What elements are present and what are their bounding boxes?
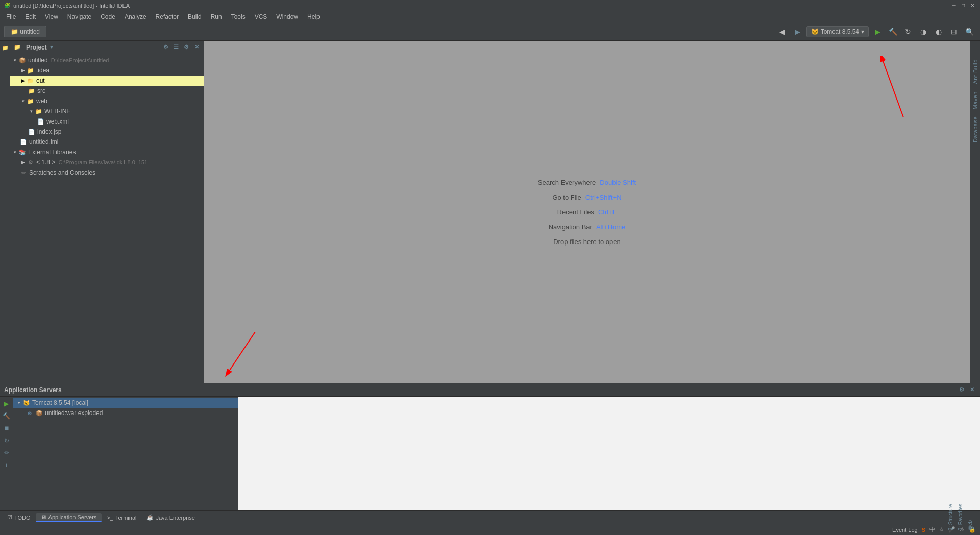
tree-label-idea: .idea bbox=[36, 67, 50, 74]
favorites-tab[interactable]: 2: Favorites bbox=[957, 500, 964, 534]
profiler-button[interactable]: ◐ bbox=[932, 25, 945, 38]
sidebar-maven[interactable]: Maven bbox=[971, 88, 979, 113]
menu-refactor[interactable]: Refactor bbox=[152, 12, 183, 21]
sidebar-ant-build[interactable]: Ant Build bbox=[971, 56, 979, 87]
run-config-selector[interactable]: 🐱 Tomcat 8.5.54 ▾ bbox=[806, 26, 869, 37]
tab-java-enterprise-label: Java Enterprise bbox=[156, 515, 194, 521]
app-servers-tab-icon: 🖥 bbox=[41, 514, 46, 520]
bottom-panel: Application Servers ⚙ ✕ ▶ 🔨 ⏹ ↻ ✏ + ▾ 🐱 … bbox=[0, 383, 980, 510]
sidebar-database[interactable]: Database bbox=[971, 113, 979, 145]
project-tab-icon: 📁 bbox=[11, 28, 18, 35]
tree-item-jdk[interactable]: ▶ ⚙ < 1.8 > C:\Program Files\Java\jdk1.8… bbox=[10, 157, 204, 167]
app-server-run-icon[interactable]: ▶ bbox=[2, 399, 12, 409]
project-close-icon[interactable]: ✕ bbox=[192, 43, 201, 52]
app-server-close-icon[interactable]: ✕ bbox=[968, 386, 976, 394]
menu-build[interactable]: Build bbox=[184, 12, 206, 21]
hint-nav-bar: Navigation Bar Alt+Home bbox=[549, 223, 626, 231]
run-dashboard-button[interactable]: ⊟ bbox=[947, 25, 961, 38]
restore-button[interactable]: □ bbox=[960, 2, 967, 9]
tree-item-untitled-iml[interactable]: 📄 untitled.iml bbox=[10, 137, 204, 147]
project-tool-window-icon[interactable]: 📁 bbox=[1, 43, 10, 52]
tree-label-web: web bbox=[36, 98, 47, 105]
app-server-redeploy-icon[interactable]: ↻ bbox=[2, 435, 12, 446]
app-server-header: Application Servers ⚙ ✕ bbox=[0, 383, 980, 397]
update-button[interactable]: ↻ bbox=[901, 25, 915, 38]
app-server-item-war[interactable]: ⊗ 📦 untitled:war exploded bbox=[13, 408, 238, 418]
todo-icon: ☑ bbox=[7, 514, 12, 521]
app-server-settings-icon[interactable]: ⚙ bbox=[958, 386, 966, 394]
tree-item-web-xml[interactable]: 📄 web.xml bbox=[10, 116, 204, 127]
file-tree: ▾ 📦 untitled D:\IdeaProjects\untitled ▶ … bbox=[10, 54, 204, 383]
hint-label-nav: Navigation Bar bbox=[549, 223, 592, 231]
close-button[interactable]: ✕ bbox=[969, 2, 976, 9]
tab-terminal[interactable]: >_ Terminal bbox=[102, 514, 141, 522]
project-dropdown-arrow[interactable]: ▾ bbox=[50, 44, 53, 51]
bottom-tabs: ☑ TODO 🖥 Application Servers >_ Terminal… bbox=[0, 510, 980, 524]
project-folder-icon: 📁 bbox=[13, 43, 21, 52]
folder-icon-idea: 📁 bbox=[27, 66, 35, 75]
menu-code[interactable]: Code bbox=[96, 12, 119, 21]
menu-file[interactable]: File bbox=[2, 12, 20, 21]
menu-vcs[interactable]: VCS bbox=[251, 12, 272, 21]
tab-application-servers[interactable]: 🖥 Application Servers bbox=[36, 513, 102, 522]
structure-tab[interactable]: 2: Structure bbox=[947, 500, 954, 534]
project-panel-header: 📁 Project ▾ ⚙ ☰ ⚙ ✕ bbox=[10, 41, 204, 54]
hint-label-drop: Drop files here to open bbox=[553, 238, 621, 246]
menu-tools[interactable]: Tools bbox=[227, 12, 250, 21]
tree-label-web-xml: web.xml bbox=[46, 118, 69, 125]
editor-content: Search Everywhere Double Shift Go to Fil… bbox=[204, 41, 970, 383]
project-settings-icon[interactable]: ⚙ bbox=[162, 43, 170, 52]
back-button[interactable]: ◀ bbox=[776, 25, 789, 38]
tab-java-enterprise[interactable]: ☕ Java Enterprise bbox=[141, 513, 200, 522]
hint-recent-files: Recent Files Ctrl+E bbox=[557, 208, 617, 216]
tree-item-untitled[interactable]: ▾ 📦 untitled D:\IdeaProjects\untitled bbox=[10, 55, 204, 65]
tree-arrow-idea: ▶ bbox=[19, 68, 27, 73]
tree-item-scratches[interactable]: ✏ Scratches and Consoles bbox=[10, 167, 204, 178]
tree-item-src[interactable]: 📁 src bbox=[10, 86, 204, 96]
run-button[interactable]: ▶ bbox=[871, 25, 884, 38]
app-server-item-tomcat[interactable]: ▾ 🐱 Tomcat 8.5.54 [local] bbox=[13, 398, 238, 408]
coverage-button[interactable]: ◑ bbox=[917, 25, 930, 38]
tree-item-idea[interactable]: ▶ 📁 .idea bbox=[10, 65, 204, 76]
tree-item-external-libraries[interactable]: ▾ 📚 External Libraries bbox=[10, 147, 204, 157]
hint-search-everywhere: Search Everywhere Double Shift bbox=[538, 179, 636, 186]
tomcat-label: Tomcat 8.5.54 [local] bbox=[32, 399, 88, 406]
event-log-link[interactable]: Event Log bbox=[892, 527, 918, 533]
tab-todo[interactable]: ☑ TODO bbox=[2, 513, 36, 522]
tree-item-web[interactable]: ▾ 📁 web bbox=[10, 96, 204, 106]
build-button[interactable]: 🔨 bbox=[886, 25, 899, 38]
project-gear-icon[interactable]: ⚙ bbox=[182, 43, 190, 52]
menu-edit[interactable]: Edit bbox=[21, 12, 40, 21]
hint-label-goto: Go to File bbox=[552, 193, 581, 201]
tree-arrow-untitled: ▾ bbox=[11, 58, 18, 63]
minimize-button[interactable]: ─ bbox=[950, 2, 958, 9]
tree-arrow-tomcat: ▾ bbox=[15, 400, 22, 405]
left-tool-tabs: 2: Structure 2: Favorites Web bbox=[947, 500, 974, 534]
app-server-stop-icon[interactable]: ⏹ bbox=[2, 423, 12, 433]
forward-button[interactable]: ▶ bbox=[791, 25, 804, 38]
web-tab[interactable]: Web bbox=[966, 500, 974, 534]
tree-item-web-inf[interactable]: ▾ 📁 WEB-INF bbox=[10, 106, 204, 116]
status-icon-star: ☆ bbox=[939, 526, 944, 533]
tree-item-index-jsp[interactable]: 📄 index.jsp bbox=[10, 127, 204, 137]
app-server-build-icon[interactable]: 🔨 bbox=[2, 411, 12, 421]
menu-analyze[interactable]: Analyze bbox=[120, 12, 151, 21]
menu-window[interactable]: Window bbox=[272, 12, 302, 21]
menu-navigate[interactable]: Navigate bbox=[63, 12, 95, 21]
status-icon-s[interactable]: S bbox=[922, 527, 925, 533]
project-tab[interactable]: 📁 untitled bbox=[4, 26, 46, 37]
menu-view[interactable]: View bbox=[41, 12, 62, 21]
tomcat-config-icon: 🐱 bbox=[811, 28, 819, 35]
project-layout-icon[interactable]: ☰ bbox=[172, 43, 180, 52]
menu-run[interactable]: Run bbox=[207, 12, 226, 21]
app-server-content: ▶ 🔨 ⏹ ↻ ✏ + ▾ 🐱 Tomcat 8.5.54 [local] ⊗ … bbox=[0, 397, 980, 510]
tree-arrow-external-libraries: ▾ bbox=[11, 150, 18, 155]
tree-arrow-web: ▾ bbox=[19, 99, 27, 104]
app-server-edit-icon[interactable]: ✏ bbox=[2, 448, 12, 458]
search-everywhere-button[interactable]: 🔍 bbox=[963, 25, 976, 38]
hint-label-search: Search Everywhere bbox=[538, 179, 596, 186]
app-server-add-icon[interactable]: + bbox=[2, 460, 12, 470]
hint-goto-file: Go to File Ctrl+Shift+N bbox=[552, 193, 621, 201]
tree-item-out[interactable]: ▶ 📁 out bbox=[10, 76, 204, 86]
menu-help[interactable]: Help bbox=[303, 12, 324, 21]
